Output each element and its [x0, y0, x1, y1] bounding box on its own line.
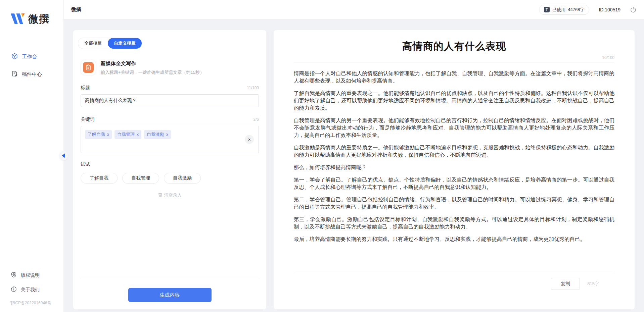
try-label: 试试: [81, 161, 259, 167]
generate-content-button[interactable]: 生成内容: [128, 288, 212, 302]
sidebar-footer: 版权说明 关于我们 鄂ICP备2022016946号: [0, 268, 63, 312]
article-paragraph: 了解自我是高情商人的重要表现之一。他们能够清楚地认识自己的优点和缺点，以及自己的…: [294, 90, 614, 112]
template-tabs: 全部模板 自定义模板: [78, 38, 142, 49]
suggestion-pill[interactable]: 自我管理: [122, 173, 159, 184]
article-paragraph: 自我激励是高情商人的重要特质之一。他们能够激励自己不断地追求目标和梦想，克服困难…: [294, 144, 614, 159]
chevron-left-icon: [62, 153, 65, 158]
suggestion-pill[interactable]: 自我激励: [164, 173, 201, 184]
copyright-link[interactable]: 版权说明: [0, 268, 63, 282]
keyword-tag: 自我管理 x: [114, 130, 141, 139]
logo-text: 微撰: [28, 12, 50, 26]
template-description: 输入标题+关键词，一键准确生成所需文章（约15秒）: [101, 69, 204, 75]
article-paragraph: 情商是指一个人对自己和他人的情感的认知和管理能力，包括了解自我、自我管理、自我激…: [294, 70, 614, 85]
app-logo[interactable]: 微撰: [0, 0, 63, 26]
page-title: 微撰: [71, 6, 81, 13]
usage-text: 已使用: 44768字: [552, 7, 584, 13]
logout-power-icon[interactable]: [630, 6, 637, 13]
title-input[interactable]: [81, 94, 259, 107]
sidebar: 微撰 工作台 稿件中心: [0, 0, 64, 312]
clear-entries-button[interactable]: 清空录入: [81, 192, 259, 198]
article-paragraph: 自我管理是高情商人的另一个重要表现。他们能够有效地控制自己的言行和行为，控制自己…: [294, 117, 614, 139]
sidebar-item-label: 稿件中心: [22, 71, 42, 77]
article-panel: 高情商的人有什么表现 10/100 情商是指一个人对自己和他人的情感的认知和管理…: [274, 30, 635, 309]
clear-entries-label: 清空录入: [164, 192, 182, 198]
sidebar-item-workbench[interactable]: 工作台: [0, 50, 63, 64]
icp-number: 鄂ICP备2022016946号: [0, 297, 63, 309]
title-field-header: 标题 11/100: [81, 85, 259, 91]
logo-w-icon: [10, 12, 25, 26]
document-edit-icon: [11, 70, 18, 78]
sidebar-collapse-button[interactable]: [59, 151, 68, 160]
keyword-tag: 了解自我 x: [85, 130, 112, 139]
sidebar-item-label: 工作台: [22, 54, 37, 60]
keyword-tag: 自我激励 x: [144, 130, 171, 139]
keyword-tag-label: 了解自我: [88, 132, 105, 138]
tab-custom-templates[interactable]: 自定义模板: [108, 38, 142, 49]
trash-icon: [158, 192, 163, 198]
keywords-field-header: 关键词 3/6: [81, 116, 259, 122]
side-link-label: 版权说明: [21, 272, 40, 278]
keywords-input-area[interactable]: 了解自我 x 自我管理 x 自我激励 x ×: [81, 126, 259, 153]
article-paragraph: 第一，学会了解自己。了解自己的优点、缺点、个性特质和偏好，以及自己的情感状态和情…: [294, 176, 614, 191]
template-info: 新媒体全文写作 输入标题+关键词，一键准确生成所需文章（约15秒）: [81, 60, 259, 75]
usage-badge[interactable]: T 已使用: 44768字: [539, 5, 589, 15]
remove-tag-icon[interactable]: x: [166, 132, 168, 137]
article-body[interactable]: 情商是指一个人对自己和他人的情感的认知和管理能力，包括了解自我、自我管理、自我激…: [294, 70, 614, 248]
copy-button[interactable]: 复制: [551, 278, 580, 290]
sidebar-item-manuscripts[interactable]: 稿件中心: [0, 67, 63, 81]
article-paragraph: 那么，如何培养和提高情商呢？: [294, 164, 614, 171]
sidebar-nav: 工作台 稿件中心: [0, 50, 63, 81]
info-circle-icon: [11, 286, 17, 293]
remove-tag-icon[interactable]: x: [107, 132, 109, 137]
user-id: ID:100519: [599, 7, 620, 12]
template-form-panel: 全部模板 自定义模板 新媒体全文写作 输入标题+关键词，一键准确生成所需文章（约…: [73, 30, 266, 309]
form-footer: 生成内容: [81, 279, 259, 303]
keywords-label: 关键词: [81, 116, 95, 122]
about-us-link[interactable]: 关于我们: [0, 282, 63, 297]
article-paragraph: 第三，学会激励自己。激励自己包括设定目标和计划、自我激励和自我奖励等方式。可以通…: [294, 216, 614, 230]
remove-tag-icon[interactable]: x: [137, 132, 139, 137]
suggestion-pills: 了解自我 自我管理 自我激励: [81, 173, 259, 184]
template-text: 新媒体全文写作 输入标题+关键词，一键准确生成所需文章（约15秒）: [101, 60, 204, 75]
keyword-tag-label: 自我激励: [147, 132, 164, 138]
article-title-counter: 10/100: [294, 55, 614, 60]
suggestion-pill[interactable]: 了解自我: [81, 173, 118, 184]
title-counter: 11/100: [247, 86, 259, 90]
side-link-label: 关于我们: [21, 287, 40, 293]
template-icon-card: [81, 60, 96, 75]
header-actions: T 已使用: 44768字 ID:100519: [539, 5, 637, 15]
article-paragraph: 最后，培养高情商需要长期的努力和实践。只有通过不断地学习、反思和实践，才能够提高…: [294, 236, 614, 243]
title-label: 标题: [81, 85, 90, 91]
form-divider: [80, 279, 260, 279]
clipboard-icon: [83, 62, 94, 73]
article-title[interactable]: 高情商的人有什么表现: [294, 40, 614, 53]
article-title-divider: [294, 62, 614, 62]
article-footer: 复制 815字: [294, 273, 614, 303]
workbench-icon: [11, 53, 18, 60]
article-paragraph: 第二，学会管理自己。管理自己包括控制自己的情绪、行为和言语，以及管理自己的时间和…: [294, 196, 614, 211]
tab-all-templates[interactable]: 全部模板: [78, 38, 108, 49]
keywords-counter: 3/6: [253, 117, 259, 122]
template-name: 新媒体全文写作: [101, 60, 204, 67]
shield-copyright-icon: [11, 272, 17, 279]
top-header: 微撰 T 已使用: 44768字 ID:100519: [64, 0, 644, 19]
keyword-tag-label: 自我管理: [117, 132, 135, 138]
main-content: 全部模板 自定义模板 新媒体全文写作 输入标题+关键词，一键准确生成所需文章（约…: [64, 19, 644, 312]
word-count-icon: T: [544, 7, 550, 12]
article-word-count: 815字: [587, 281, 599, 287]
clear-keywords-button[interactable]: ×: [245, 135, 254, 144]
